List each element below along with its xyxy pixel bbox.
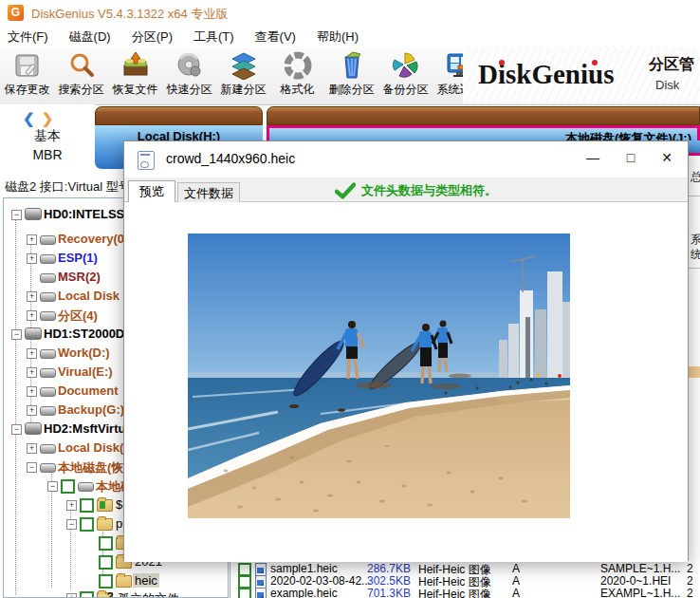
file-row[interactable]: example.heic 701.3KB Heif-Heic 图像 A EXAM…: [230, 588, 700, 598]
menu-help[interactable]: 帮助(H): [309, 28, 372, 46]
orphan-folder-icon: [97, 592, 113, 598]
file-short-name: SAMPLE~1.H...: [600, 562, 682, 575]
file-size: 286.7KB: [344, 562, 411, 575]
prev-disk-arrow-icon[interactable]: ❮: [23, 110, 35, 126]
red-flag-dot: [558, 374, 562, 378]
file-checkbox[interactable]: [238, 575, 251, 589]
recover-icon: [121, 51, 150, 80]
tree-expander[interactable]: [27, 348, 37, 359]
item-on-sand: [338, 408, 345, 412]
preview-content: [124, 202, 688, 562]
tree-expander[interactable]: [27, 443, 37, 454]
tree-checkbox[interactable]: [99, 536, 113, 551]
tree-row[interactable]: 孤立的文件: [4, 589, 228, 598]
tree-item-label[interactable]: Virual(E:): [58, 364, 113, 379]
tree-checkbox[interactable]: [99, 574, 113, 589]
tree-checkbox[interactable]: [80, 591, 94, 598]
tree-item-label[interactable]: ESP(1): [58, 251, 98, 265]
partition-icon: [40, 292, 56, 302]
tree-expander[interactable]: [11, 424, 22, 435]
tab-file-data[interactable]: 文件数据: [177, 182, 240, 202]
delete-partition-button[interactable]: 删除分区: [324, 47, 378, 103]
window-title: DiskGenius V5.4.3.1322 x64 专业版: [31, 6, 228, 23]
tree-expander[interactable]: [27, 386, 37, 397]
tree-item-label[interactable]: HD1:ST2000D: [44, 327, 124, 341]
save-changes-button[interactable]: 保存更改: [0, 47, 54, 103]
tree-item-label[interactable]: Local Disk(: [58, 440, 123, 455]
clipped-text-fragment: 统: [691, 247, 700, 263]
tree-item-label[interactable]: MSR(2): [58, 270, 101, 284]
menu-view[interactable]: 查看(V): [248, 28, 309, 46]
tree-item-label[interactable]: Recovery(0: [58, 232, 124, 246]
tree-checkbox[interactable]: [80, 498, 94, 513]
search-partition-button[interactable]: 搜索分区: [54, 47, 108, 103]
tree-checkbox[interactable]: [99, 555, 113, 570]
partition-icon: [40, 349, 56, 359]
quick-partition-button[interactable]: 快速分区: [162, 47, 216, 103]
hard-disk-icon: [25, 208, 42, 220]
backup-partition-button[interactable]: 备份分区: [378, 47, 433, 103]
tab-preview[interactable]: 预览: [128, 180, 175, 202]
tree-item-label[interactable]: 分区(4): [58, 308, 98, 325]
tree-item-label[interactable]: Local Disk: [58, 289, 120, 303]
close-icon[interactable]: ✕: [648, 141, 686, 174]
disk-info-text: 磁盘2 接口:Virtual 型号: [5, 178, 128, 196]
tree-item-label-selected[interactable]: heic: [133, 573, 159, 588]
file-checkbox[interactable]: [238, 563, 251, 576]
tree-expander[interactable]: [47, 481, 58, 492]
tree-item-label[interactable]: Work(D:): [58, 346, 110, 360]
brand-slogan-cn: 分区管: [649, 55, 694, 75]
recover-files-button[interactable]: 恢复文件: [108, 47, 162, 103]
tree-expander[interactable]: [11, 210, 22, 220]
file-size: 302.5KB: [344, 574, 411, 588]
tree-expander[interactable]: [11, 329, 22, 340]
tree-item-label[interactable]: Backup(G:): [58, 402, 124, 417]
file-attr: A: [512, 587, 520, 598]
minimize-icon[interactable]: —: [574, 141, 612, 174]
tree-item-label[interactable]: 孤立的文件: [118, 590, 179, 598]
tree-item-label[interactable]: Document: [58, 383, 119, 398]
save-icon: [13, 51, 42, 80]
logo-red-dot: [592, 60, 598, 65]
new-partition-button[interactable]: 新建分区: [216, 47, 270, 103]
tree-row[interactable]: heic: [4, 572, 228, 589]
tree-expander[interactable]: [66, 593, 77, 598]
tree-expander[interactable]: [66, 500, 77, 511]
tree-expander[interactable]: [27, 462, 37, 473]
partition-icon: [40, 368, 56, 378]
tree-expander[interactable]: [27, 234, 37, 245]
green-check-icon: [335, 182, 356, 199]
tree-expander[interactable]: [27, 253, 37, 264]
divider: [689, 196, 700, 196]
tree-expander[interactable]: [27, 405, 37, 416]
tree-item-label[interactable]: HD2:MsftVirtu: [44, 421, 125, 436]
maximize-icon[interactable]: □: [612, 141, 650, 174]
next-disk-arrow-icon[interactable]: ❯: [42, 110, 54, 126]
yellow-flag-dot: [537, 373, 541, 377]
disk-scheme-label: MBR: [0, 147, 95, 162]
menu-file[interactable]: 文件(F): [0, 28, 62, 46]
tree-item-label[interactable]: 本地磁盘(恢: [58, 459, 123, 477]
format-button[interactable]: 格式化: [270, 47, 324, 103]
tree-checkbox[interactable]: [80, 517, 94, 532]
toolbar-label: 搜索分区: [59, 82, 104, 98]
menu-bar: 文件(F) 磁盘(D) 分区(P) 工具(T) 查看(V) 帮助(H): [0, 27, 700, 47]
file-checkbox[interactable]: [238, 588, 251, 598]
toolbar-label: 备份分区: [383, 82, 429, 98]
tree-expander[interactable]: [27, 310, 37, 321]
logo-red-dot: [499, 60, 505, 65]
menu-tools[interactable]: 工具(T): [186, 28, 248, 46]
tree-expander[interactable]: [66, 519, 77, 530]
tree-expander[interactable]: [27, 367, 37, 378]
menu-disk[interactable]: 磁盘(D): [62, 28, 124, 46]
tree-item-label[interactable]: HD0:INTELSSD: [44, 207, 134, 221]
partition-icon: [40, 273, 56, 283]
image-file-icon: [255, 575, 267, 589]
tree-expander[interactable]: [27, 291, 37, 302]
disc-icon: [175, 51, 204, 80]
format-ring-icon: [284, 51, 312, 80]
tree-checkbox[interactable]: [61, 479, 75, 494]
menu-partition[interactable]: 分区(P): [124, 28, 186, 46]
partition-icon: [40, 444, 56, 454]
file-date: 2: [687, 587, 700, 598]
